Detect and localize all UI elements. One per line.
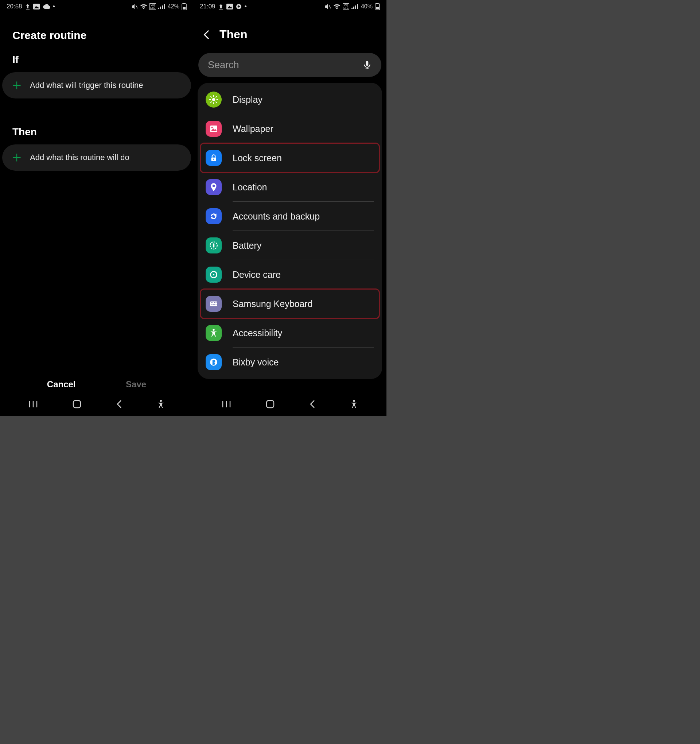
- list-item-label: Bixby voice: [233, 357, 279, 368]
- svg-rect-10: [183, 7, 186, 9]
- list-item-label: Battery: [233, 240, 262, 251]
- more-indicator-icon: •: [245, 3, 247, 10]
- svg-rect-59: [215, 304, 216, 305]
- add-action-label: Add what this routine will do: [30, 153, 129, 162]
- status-time: 20:58: [7, 3, 22, 10]
- battery-icon: [375, 3, 380, 10]
- then-title: Then: [220, 28, 247, 41]
- list-item-label: Samsung Keyboard: [233, 299, 313, 309]
- back-button[interactable]: [116, 399, 122, 409]
- wifi-icon: [333, 4, 340, 9]
- svg-rect-5: [160, 7, 161, 9]
- battery-icon: [206, 237, 221, 253]
- svg-point-47: [213, 185, 215, 187]
- svg-line-38: [210, 96, 211, 97]
- accessibility-icon: [206, 325, 221, 341]
- svg-line-41: [215, 96, 217, 97]
- svg-rect-56: [215, 302, 216, 303]
- add-trigger-button[interactable]: Add what will trigger this routine: [2, 72, 191, 98]
- svg-point-60: [213, 329, 214, 331]
- devicecare-icon: [206, 266, 221, 283]
- search-input[interactable]: Search: [198, 53, 381, 77]
- cancel-button[interactable]: Cancel: [47, 379, 76, 390]
- svg-point-43: [211, 127, 213, 128]
- signal-icon: [158, 4, 165, 9]
- home-button[interactable]: [265, 399, 275, 409]
- if-section-label: If: [0, 45, 193, 72]
- svg-rect-53: [211, 302, 211, 303]
- mic-icon[interactable]: [363, 60, 372, 70]
- navigation-bar: [0, 394, 193, 416]
- svg-point-33: [212, 98, 215, 101]
- upload-icon: [218, 4, 223, 9]
- list-item-label: Device care: [233, 269, 281, 280]
- volte-icon: Vo)LTE: [150, 3, 156, 10]
- svg-rect-27: [355, 6, 356, 9]
- list-item[interactable]: Accounts and backup: [198, 202, 382, 231]
- svg-point-19: [160, 400, 162, 402]
- cloud-icon: [43, 4, 50, 9]
- then-section-label: Then: [0, 117, 193, 144]
- svg-rect-6: [162, 6, 163, 9]
- signal-icon: [351, 4, 358, 9]
- battery-percent: 40%: [361, 3, 373, 10]
- home-button[interactable]: [72, 399, 82, 409]
- svg-rect-4: [158, 7, 159, 9]
- list-item[interactable]: Location: [198, 173, 382, 202]
- plus-icon: [12, 80, 22, 91]
- svg-rect-54: [213, 302, 213, 303]
- list-item[interactable]: Device care: [198, 260, 382, 289]
- sync-icon: [206, 208, 221, 224]
- more-indicator-icon: •: [53, 3, 55, 10]
- battery-percent: 42%: [168, 3, 179, 10]
- list-item-label: Accounts and backup: [233, 211, 320, 222]
- back-button[interactable]: [309, 399, 316, 409]
- add-action-button[interactable]: Add what this routine will do: [2, 144, 191, 171]
- status-bar: 21:09 • Vo)LTE 40%: [193, 0, 386, 13]
- list-item[interactable]: Accessibility: [198, 318, 382, 348]
- list-item-label: Location: [233, 182, 267, 193]
- bixby-icon: [206, 354, 221, 370]
- svg-rect-31: [376, 7, 379, 9]
- recent-apps-button[interactable]: [221, 400, 232, 408]
- list-item-label: Accessibility: [233, 328, 282, 338]
- status-bar: 20:58 • Vo)LTE 42%: [0, 0, 193, 13]
- svg-rect-7: [164, 4, 165, 9]
- picture-icon: [33, 4, 40, 9]
- svg-rect-65: [266, 400, 274, 408]
- save-button[interactable]: Save: [126, 379, 146, 390]
- navigation-bar: [193, 394, 386, 416]
- picture-icon: [206, 121, 221, 137]
- list-item[interactable]: Display: [198, 85, 382, 114]
- search-placeholder: Search: [208, 60, 239, 71]
- svg-line-40: [210, 101, 211, 103]
- svg-rect-55: [214, 302, 215, 303]
- download-icon: [236, 4, 242, 9]
- svg-rect-58: [213, 304, 215, 305]
- page-title: Create routine: [0, 13, 193, 45]
- list-item[interactable]: Bixby voice: [198, 348, 382, 377]
- volte-icon: Vo)LTE: [343, 3, 349, 10]
- list-item[interactable]: Samsung Keyboard: [198, 289, 382, 318]
- plus-icon: [12, 152, 22, 163]
- lock-icon: [206, 150, 221, 166]
- list-item[interactable]: Battery: [198, 231, 382, 260]
- action-list: DisplayWallpaperLock screenLocationAccou…: [198, 83, 382, 379]
- status-time: 21:09: [200, 3, 215, 10]
- battery-icon: [181, 3, 187, 10]
- svg-rect-26: [353, 7, 354, 9]
- mute-icon: [324, 4, 331, 9]
- svg-rect-57: [211, 304, 211, 305]
- svg-line-24: [329, 5, 331, 8]
- brightness-icon: [206, 92, 221, 107]
- back-icon[interactable]: [201, 29, 212, 40]
- svg-point-46: [213, 159, 214, 160]
- recent-apps-button[interactable]: [28, 400, 38, 408]
- list-item[interactable]: Lock screen: [198, 143, 382, 173]
- accessibility-button[interactable]: [156, 399, 165, 409]
- svg-point-51: [213, 274, 214, 275]
- svg-rect-49: [213, 244, 214, 248]
- accessibility-button[interactable]: [350, 399, 358, 409]
- list-item-label: Display: [233, 94, 263, 105]
- list-item[interactable]: Wallpaper: [198, 114, 382, 143]
